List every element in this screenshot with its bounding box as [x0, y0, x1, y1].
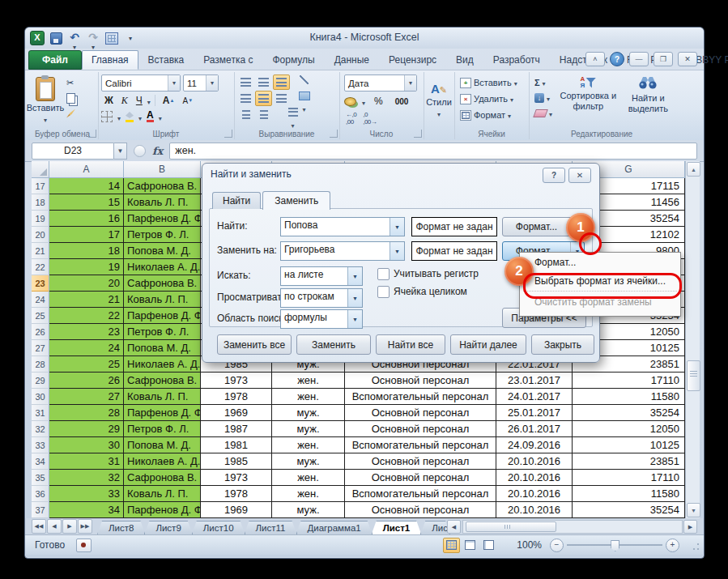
cell-F32[interactable]: 26.01.2017 [496, 421, 573, 437]
replace-input[interactable]: Григорьева [280, 241, 405, 261]
cell-F30[interactable]: 24.01.2017 [496, 389, 573, 405]
row-header-24[interactable]: 24 [32, 292, 49, 308]
ribbon-tab-5[interactable]: Данные [325, 50, 379, 70]
cell-B22[interactable]: Николаев А. Д. [124, 259, 201, 275]
cell-B24[interactable]: Коваль Л. П. [124, 292, 201, 308]
cell-A35[interactable]: 32 [49, 470, 124, 486]
number-format-select[interactable]: Дата [344, 75, 417, 92]
help-icon[interactable]: ? [610, 52, 624, 66]
row-header-29[interactable]: 29 [32, 373, 49, 389]
delete-cells-button[interactable]: ×Удалить [458, 92, 526, 106]
cell-B34[interactable]: Николаев А. Д. [124, 453, 201, 470]
cell-E36[interactable]: Вспомогательный персонал [345, 486, 496, 502]
cell-D37[interactable]: муж. [272, 502, 345, 518]
cell-E35[interactable]: Основной персонал [345, 470, 496, 486]
alignment-dialog-launcher-icon[interactable] [330, 130, 338, 138]
name-box[interactable]: D23 [32, 143, 114, 160]
cell-A22[interactable]: 19 [49, 259, 124, 275]
fill-button[interactable]: ↓ [532, 91, 555, 105]
cell-G34[interactable]: 23851 [573, 453, 685, 470]
cell-E37[interactable]: Основной персонал [345, 502, 496, 518]
zoom-slider-thumb[interactable] [611, 540, 619, 551]
row-header-26[interactable]: 26 [32, 324, 49, 340]
cell-D31[interactable]: муж. [272, 405, 345, 421]
normal-view-icon[interactable] [443, 538, 460, 553]
font-dialog-launcher-icon[interactable] [224, 130, 232, 138]
page-layout-view-icon[interactable] [462, 538, 479, 553]
cell-C31[interactable]: 1969 [201, 405, 272, 421]
cell-B35[interactable]: Сафронова В. М. [124, 470, 201, 486]
cut-icon[interactable]: ✂ [64, 75, 78, 90]
row-header-33[interactable]: 33 [32, 437, 49, 453]
formula-bar-expand-icon[interactable] [134, 145, 146, 157]
name-box-dropdown-icon[interactable]: ▼ [114, 143, 127, 160]
cell-A37[interactable]: 34 [49, 502, 124, 518]
sheet-tab-6[interactable]: Лис [420, 521, 450, 534]
row-header-37[interactable]: 37 [32, 502, 49, 518]
cell-C29[interactable]: 1973 [201, 373, 272, 389]
copy-icon[interactable] [64, 91, 78, 105]
clipboard-dialog-launcher-icon[interactable] [88, 130, 96, 138]
row-header-32[interactable]: 32 [32, 421, 49, 437]
row-header-34[interactable]: 34 [32, 453, 49, 470]
row-header-27[interactable]: 27 [32, 340, 49, 356]
row-header-22[interactable]: 22 [32, 259, 49, 275]
horizontal-scrollbar[interactable] [462, 520, 683, 534]
minimize-icon[interactable]: — [629, 52, 649, 66]
row-header-30[interactable]: 30 [32, 389, 49, 405]
increase-decimal-icon[interactable]: ←,0,00 [346, 111, 356, 126]
cell-E31[interactable]: Основной персонал [345, 405, 496, 421]
row-header-25[interactable]: 25 [32, 308, 49, 324]
cell-A32[interactable]: 29 [49, 421, 124, 437]
font-color-icon[interactable]: А [147, 111, 154, 122]
cell-A33[interactable]: 30 [49, 437, 124, 453]
cell-E34[interactable]: Основной персонал [345, 453, 496, 470]
cell-A25[interactable]: 22 [49, 308, 124, 324]
cell-G33[interactable]: 10125 [573, 437, 685, 453]
cell-F29[interactable]: 23.01.2017 [496, 373, 573, 389]
scroll-down-icon[interactable]: ▼ [687, 503, 700, 517]
row-header-23[interactable]: 23 [32, 275, 49, 292]
sort-filter-button[interactable]: АЯ Сортировка и фильтр [558, 74, 619, 126]
tab-replace[interactable]: Заменить [262, 191, 330, 210]
horizontal-scroll-thumb[interactable] [466, 522, 556, 532]
cell-B32[interactable]: Петров Ф. Л. [124, 421, 201, 437]
scroll-up-icon[interactable]: ▲ [687, 162, 700, 177]
ribbon-tab-8[interactable]: Разработч [483, 50, 550, 70]
page-break-view-icon[interactable] [480, 538, 497, 553]
collapse-ribbon-icon[interactable]: ˄ [585, 52, 605, 66]
find-input[interactable]: Попова [280, 217, 405, 236]
close-icon[interactable]: ✕ [678, 52, 697, 66]
cell-B37[interactable]: Парфенов Д. Ф. [124, 502, 201, 518]
ribbon-tab-6[interactable]: Рецензирс [379, 50, 446, 70]
comma-style-button[interactable]: 000 [392, 94, 412, 109]
cell-A31[interactable]: 28 [49, 405, 124, 421]
within-select[interactable]: на листе [280, 266, 363, 286]
cell-A18[interactable]: 15 [49, 194, 124, 211]
align-bottom-icon[interactable] [273, 75, 290, 90]
sheet-tab-0[interactable]: Лист8 [97, 521, 145, 534]
ribbon-tab-7[interactable]: Вид [446, 50, 483, 70]
cell-A20[interactable]: 17 [49, 227, 124, 243]
insert-cells-button[interactable]: +Вставить [458, 75, 526, 90]
column-header-A[interactable]: A [49, 161, 124, 178]
restore-icon[interactable]: ❐ [653, 52, 673, 66]
next-sheet-icon[interactable]: ▶ [62, 519, 77, 534]
cell-A29[interactable]: 26 [49, 373, 124, 389]
cell-D36[interactable]: жен. [272, 486, 345, 502]
row-header-19[interactable]: 19 [32, 211, 49, 227]
zoom-out-icon[interactable]: − [550, 539, 564, 552]
merge-center-icon[interactable] [296, 91, 313, 106]
cell-F37[interactable]: 20.10.2016 [496, 502, 573, 518]
resize-grip[interactable] [691, 543, 700, 552]
accounting-format-icon[interactable] [344, 97, 356, 106]
cell-G31[interactable]: 35254 [573, 405, 685, 421]
paste-button[interactable]: Вставить [27, 74, 64, 126]
ribbon-tab-1[interactable]: Главная [82, 50, 138, 70]
vertical-scrollbar[interactable]: ▲ ▼ [685, 161, 700, 518]
zoom-level[interactable]: 100% [517, 539, 542, 551]
row-header-35[interactable]: 35 [32, 470, 49, 486]
cell-G29[interactable]: 17110 [573, 373, 685, 389]
cell-C36[interactable]: 1978 [201, 486, 272, 502]
cell-F33[interactable]: 24.09.2016 [496, 437, 573, 453]
